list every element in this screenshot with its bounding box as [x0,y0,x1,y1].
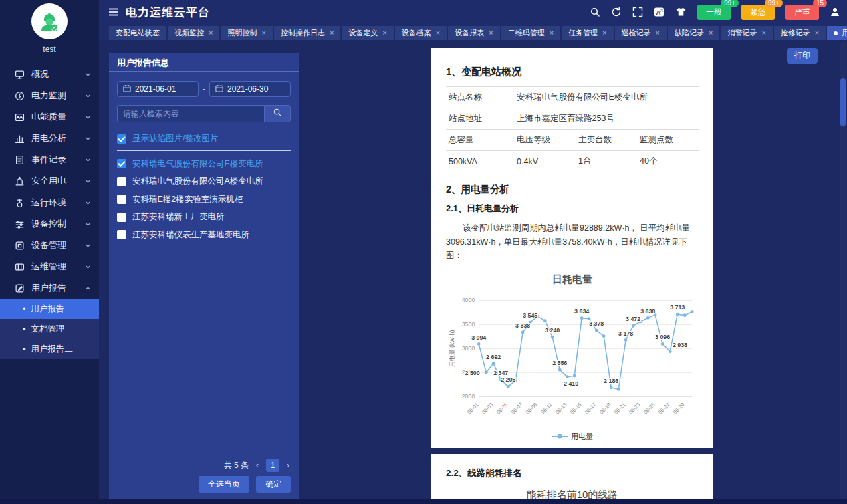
close-icon[interactable]: × [489,29,493,37]
close-icon[interactable]: × [709,29,713,37]
scrollbar-thumb[interactable] [840,78,846,126]
station-row-3[interactable]: 江苏安科瑞新工厂变电所 [109,209,299,227]
sidebar-item-label: 运行环境 [31,197,66,209]
sidebar-item-8[interactable]: 设备管理 [0,235,99,256]
sidebar-item-3[interactable]: 用电分析 [0,128,99,149]
sidebar-item-0[interactable]: 概况 [0,64,99,85]
close-icon[interactable]: × [815,29,819,37]
alarm-button-1[interactable]: 紧急99+ [741,5,775,20]
station-checkbox[interactable] [117,177,126,186]
translate-icon[interactable]: A文 [654,7,664,17]
alarm-button-0[interactable]: 一般99+ [697,5,731,20]
main-content: 用户报告信息 2021-06-01 - 2021-06-30 [99,40,847,504]
close-icon[interactable]: × [209,29,213,37]
show-images-checkbox[interactable] [117,134,126,144]
tab-0[interactable]: 变配电站状态 [109,26,166,40]
table-cell: 0.4kV [514,151,576,172]
sidebar-item-6[interactable]: 运行环境 [0,192,99,213]
close-icon[interactable]: × [602,29,606,37]
close-icon[interactable]: × [330,29,334,37]
show-images-row[interactable]: 显示缺陷图片/整改图片 [117,133,291,151]
active-tab-dot-icon [834,31,838,35]
tab-8[interactable]: 任务管理× [562,26,613,40]
tab-6[interactable]: 设备报表× [448,26,499,40]
tab-4[interactable]: 设备定义× [342,26,393,40]
theme-icon[interactable] [675,7,687,17]
sidebar-item-1[interactable]: 电力监测 [0,85,99,106]
submenu-item-0[interactable]: •用户报告 [0,299,99,319]
station-row-2[interactable]: 安科瑞E楼2楼实验室演示机柜 [109,191,299,209]
submenu-item-2[interactable]: •用户报告二 [0,339,99,359]
print-button[interactable]: 打印 [787,48,818,64]
sidebar-item-label: 事件记录 [31,154,66,166]
tab-10[interactable]: 缺陷记录× [668,26,719,40]
tab-11[interactable]: 消警记录× [721,26,772,40]
next-page-icon[interactable]: › [287,461,289,470]
vertical-scrollbar[interactable] [840,41,846,503]
tab-3[interactable]: 控制操作日志× [274,26,340,40]
search-icon[interactable] [590,7,600,17]
submenu-item-1[interactable]: •文档管理 [0,319,99,339]
svg-text:06-01: 06-01 [466,402,480,416]
tab-13[interactable]: 用户报告× [827,26,847,40]
sidebar-item-label: 电能质量 [31,111,66,123]
station-label: 安科瑞电气股份有限公司E楼变电所 [132,158,263,170]
station-row-0[interactable]: 安科瑞电气股份有限公司E楼变电所 [109,155,299,173]
report-page-1: 1、变配电站概况 站点名称安科瑞电气股份有限公司E楼变电所站点地址上海市嘉定区育… [431,48,713,448]
station-label: 安科瑞电气股份有限公司A楼变电所 [132,176,263,187]
close-icon[interactable]: × [550,29,554,37]
station-row-1[interactable]: 安科瑞电气股份有限公司A楼变电所 [109,173,299,191]
sidebar-item-5[interactable]: 安全用电 [0,170,99,192]
end-date-input[interactable]: 2021-06-30 [209,81,291,97]
start-date-input[interactable]: 2021-06-01 [117,81,199,97]
search-button[interactable] [264,105,291,122]
station-checkbox[interactable] [117,195,126,204]
svg-text:2 692: 2 692 [486,353,501,360]
sidebar-item-10[interactable]: 用户报告 [0,277,99,299]
tab-label: 缺陷记录 [675,28,704,38]
horizontal-scrollbar[interactable] [0,499,847,504]
tab-7[interactable]: 二维码管理× [501,26,560,40]
table-cell: 500kVA [446,151,514,172]
app-title: 电力运维云平台 [126,5,210,20]
close-icon[interactable]: × [761,29,765,37]
prev-page-icon[interactable]: ‹ [256,461,259,470]
tab-9[interactable]: 巡检记录× [615,26,667,40]
alarm-label: 紧急 [750,7,766,17]
close-icon[interactable]: × [382,29,386,37]
tab-2[interactable]: 照明控制× [221,26,272,40]
menu-toggle-icon[interactable] [108,7,119,17]
tab-1[interactable]: 视频监控× [168,26,219,40]
station-checkbox[interactable] [117,159,126,168]
section1-title: 1、变配电站概况 [446,66,699,78]
close-icon[interactable]: × [436,29,440,37]
chart-legend[interactable]: 用电量 [446,432,699,442]
search-icon [273,108,282,120]
sidebar-item-7[interactable]: 设备控制 [0,213,99,235]
confirm-button[interactable]: 确定 [256,476,291,493]
select-all-page-button[interactable]: 全选当页 [199,476,249,493]
safety-icon [15,176,25,186]
svg-text:3 338: 3 338 [515,322,530,329]
fullscreen-icon[interactable] [632,7,643,17]
tab-label: 消警记录 [727,28,757,38]
search-input[interactable] [117,105,264,122]
close-icon[interactable]: × [261,29,265,37]
sidebar-item-9[interactable]: 运维管理 [0,256,99,277]
station-checkbox[interactable] [117,230,126,239]
close-icon[interactable]: × [656,29,660,37]
user-icon[interactable] [830,7,840,17]
tab-5[interactable]: 设备档案× [395,26,447,40]
username: test [0,45,99,54]
tab-12[interactable]: 抢修记录× [774,26,826,40]
station-checkbox[interactable] [117,213,126,222]
station-row-4[interactable]: 江苏安科瑞仪表生产基地变电所 [109,226,299,244]
page-number[interactable]: 1 [266,459,279,472]
avatar[interactable] [31,3,68,39]
sidebar-item-4[interactable]: 事件记录 [0,149,99,170]
submenu-item-label: 用户报告 [31,303,65,315]
sidebar-item-2[interactable]: 电能质量 [0,106,99,128]
tab-label: 设备档案 [402,28,431,38]
refresh-icon[interactable] [611,7,622,17]
alarm-button-2[interactable]: 严重15 [785,5,819,20]
